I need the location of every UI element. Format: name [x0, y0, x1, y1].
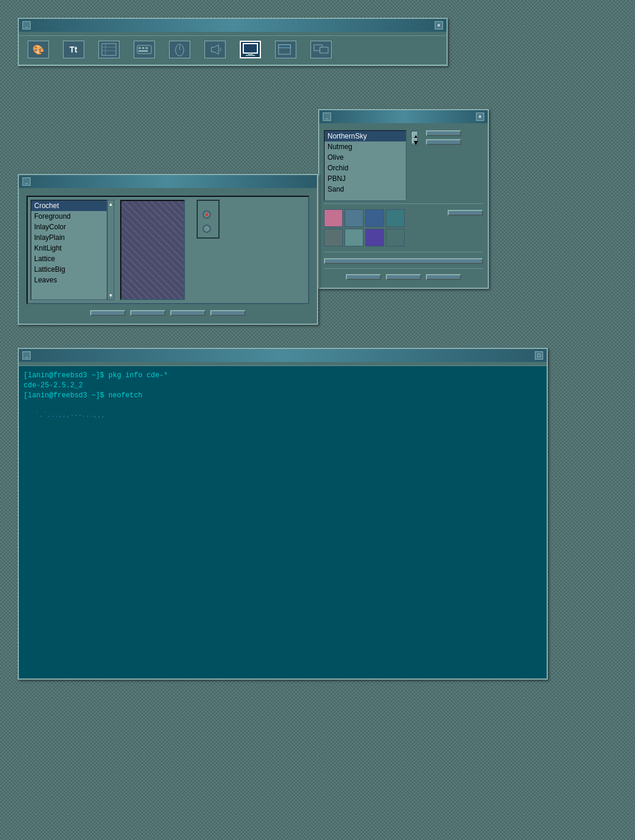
- toolbar-color[interactable]: 🎨: [22, 39, 54, 61]
- modify-button-area: [448, 206, 483, 216]
- backdrop-help-button[interactable]: [210, 310, 246, 316]
- color-close-button[interactable]: ×: [476, 113, 484, 121]
- modify-button[interactable]: [448, 210, 483, 216]
- palettes-section: NorthernSky Nutmeg Olive Orchid PBNJ San…: [324, 130, 483, 201]
- swatch-1[interactable]: [324, 209, 343, 227]
- color-help-button[interactable]: [426, 274, 461, 280]
- preview-pattern: [121, 201, 184, 299]
- palette-item-nutmeg[interactable]: Nutmeg: [325, 141, 406, 152]
- svg-rect-6: [142, 47, 144, 49]
- toolbar-screen[interactable]: [234, 39, 266, 61]
- palette-scrollbar[interactable]: ▲ ▼: [411, 130, 418, 146]
- tiled-radio[interactable]: [203, 210, 214, 219]
- svg-rect-18: [320, 47, 328, 53]
- pattern-listbox[interactable]: Crochet Foreground InlayColor InlayPlain…: [31, 200, 107, 300]
- palettes-listbox[interactable]: NorthernSky Nutmeg Olive Orchid PBNJ San…: [324, 130, 406, 201]
- mouse-icon: [169, 41, 190, 58]
- svg-rect-8: [138, 50, 148, 52]
- backdrop-close-button[interactable]: [170, 310, 206, 316]
- terminal-menu-edit[interactable]: [34, 363, 38, 364]
- palette-item-orchid[interactable]: Orchid: [325, 163, 406, 173]
- font-icon: Tt: [63, 41, 84, 58]
- terminal-minimize-button[interactable]: _: [22, 351, 31, 360]
- backdrop-ok-button[interactable]: [90, 310, 125, 316]
- swatch-7[interactable]: [365, 229, 384, 246]
- palette-item-northernsky[interactable]: NorthernSky: [325, 131, 406, 141]
- swatch-2[interactable]: [345, 209, 363, 227]
- num-colors-button[interactable]: [324, 258, 483, 264]
- toolbar: 🎨 Tt: [19, 36, 447, 65]
- menu-file[interactable]: [22, 33, 25, 34]
- terminal-menu-window[interactable]: [22, 363, 25, 364]
- centered-radio[interactable]: [203, 225, 214, 233]
- toolbar-font[interactable]: Tt: [57, 39, 90, 61]
- svg-rect-16: [279, 45, 290, 48]
- swatches-row: [324, 206, 483, 249]
- keyboard-icon: [134, 41, 155, 58]
- backdrop-inner: Crochet Foreground InlayColor InlayPlain…: [27, 196, 309, 304]
- style-manager-menubar: [19, 32, 447, 36]
- tiled-radio-circle[interactable]: [203, 210, 211, 219]
- menu-help[interactable]: [440, 33, 444, 34]
- pattern-knitlight[interactable]: KnitLight: [31, 243, 107, 253]
- toolbar-backdrop[interactable]: [92, 39, 125, 61]
- pattern-crochet[interactable]: Crochet: [31, 200, 107, 211]
- backdrop-titlebar: _: [19, 175, 317, 188]
- divider1: [324, 203, 483, 204]
- terminal-menu-help[interactable]: [540, 363, 544, 364]
- neofetch-art: `.`...,,,---...,,,: [24, 401, 247, 420]
- backdrop-icon: [98, 41, 120, 58]
- window-icon: [275, 41, 296, 58]
- toolbar-window[interactable]: [269, 39, 302, 61]
- terminal-line-1: [lanin@freebsd3 ~]$ pkg info cde-*: [24, 371, 542, 381]
- pattern-inlayplain[interactable]: InlayPlain: [31, 232, 107, 243]
- close-button[interactable]: ×: [435, 21, 443, 29]
- palette-item-olive[interactable]: Olive: [325, 152, 406, 163]
- pattern-latticebig[interactable]: LatticeBig: [31, 264, 107, 275]
- swatch-6[interactable]: [345, 229, 363, 246]
- backdrop-content: Crochet Foreground InlayColor InlayPlain…: [19, 188, 317, 324]
- pattern-leaves[interactable]: Leaves: [31, 275, 107, 285]
- terminal-window: _ □ [lanin@freebsd3 ~]$ pkg info cde-* c…: [18, 348, 548, 680]
- style-manager-titlebar: _ ×: [19, 19, 447, 32]
- pattern-scrollbar[interactable]: ▲ ▼: [107, 200, 114, 300]
- toolbar-startup[interactable]: [305, 39, 337, 61]
- pattern-lattice[interactable]: Lattice: [31, 253, 107, 264]
- backdrop-style-section: [197, 200, 220, 300]
- color-ok-button[interactable]: [346, 274, 381, 280]
- backdrop-buttons: [24, 307, 312, 319]
- toolbar-keyboard[interactable]: [128, 39, 160, 61]
- svg-rect-5: [138, 47, 141, 49]
- color-minimize-button[interactable]: _: [323, 113, 331, 121]
- delete-button[interactable]: [426, 139, 461, 145]
- svg-rect-7: [145, 47, 148, 49]
- backdrop-apply-button[interactable]: [130, 310, 166, 316]
- palette-buttons: [426, 130, 461, 145]
- swatch-5[interactable]: [324, 229, 343, 246]
- centered-radio-circle[interactable]: [203, 225, 211, 233]
- swatch-3[interactable]: [365, 209, 384, 227]
- swatch-4[interactable]: [386, 209, 405, 227]
- backdrop-minimize-button[interactable]: _: [22, 177, 31, 186]
- backdrop-dialog: _ Crochet Foreground InlayColor InlayPla…: [18, 174, 318, 325]
- svg-marker-11: [211, 45, 219, 54]
- color-cancel-button[interactable]: [386, 274, 421, 280]
- divider3: [324, 268, 483, 269]
- svg-rect-12: [243, 44, 257, 53]
- swatch-8[interactable]: [386, 229, 405, 246]
- backdrop-style-box: [197, 200, 220, 239]
- add-button[interactable]: [426, 130, 461, 136]
- palette-item-pbnj[interactable]: PBNJ: [325, 173, 406, 184]
- toolbar-mouse[interactable]: [163, 39, 196, 61]
- pattern-inlaycolor[interactable]: InlayColor: [31, 222, 107, 232]
- backdrop-preview: [120, 200, 185, 300]
- minimize-button[interactable]: _: [22, 21, 31, 29]
- palette-item-sand[interactable]: Sand: [325, 184, 406, 195]
- terminal-maximize-button[interactable]: □: [535, 351, 543, 360]
- color-swatches: [324, 209, 405, 246]
- toolbar-beep[interactable]: [199, 39, 231, 61]
- color-dialog-buttons: [324, 271, 483, 283]
- terminal-menu-options[interactable]: [47, 363, 50, 364]
- pattern-foreground[interactable]: Foreground: [31, 211, 107, 222]
- terminal-content[interactable]: [lanin@freebsd3 ~]$ pkg info cde-* cde-2…: [19, 366, 547, 678]
